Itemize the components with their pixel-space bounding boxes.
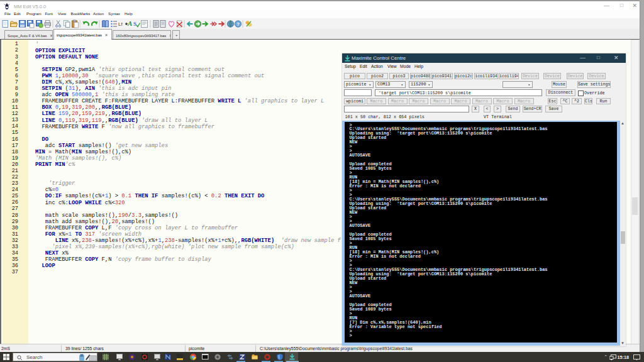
svg-text:A: A [127,19,132,27]
svg-text:S: S [133,21,136,27]
svg-text:Lf: Lf [118,21,123,27]
svg-text:?: ? [236,21,240,27]
